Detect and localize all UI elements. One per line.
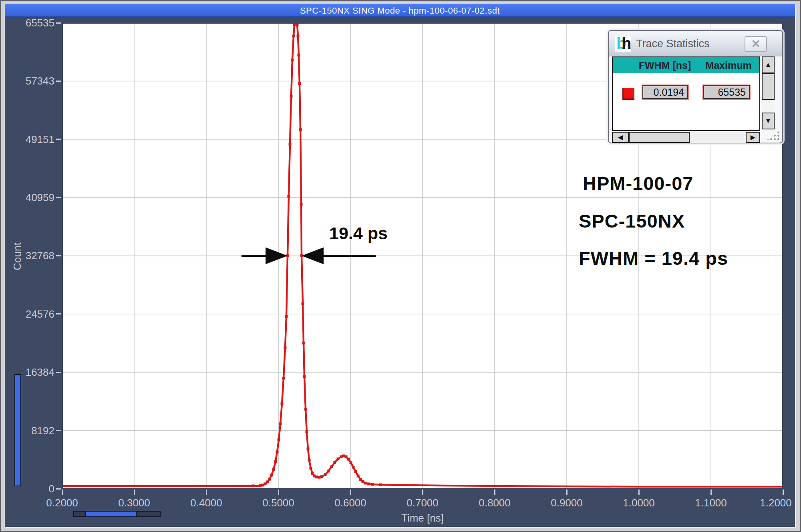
scroll-right-icon[interactable]: ▶ xyxy=(746,132,760,143)
trace-point xyxy=(300,203,303,206)
x-tick-mark xyxy=(783,490,784,495)
trace-point xyxy=(305,431,308,433)
x-tick-label: 0.2000 xyxy=(34,497,90,509)
x-tick-label: 0.6000 xyxy=(322,497,378,509)
trace-point xyxy=(266,480,269,483)
fwhm-value-field: 0.0194 xyxy=(642,85,689,100)
x-tick-mark xyxy=(422,490,423,495)
x-tick-mark xyxy=(350,490,351,495)
y-tick-mark xyxy=(56,139,61,140)
trace-point xyxy=(354,470,357,473)
trace-point xyxy=(350,461,352,464)
trace-point xyxy=(337,457,340,460)
x-tick-mark xyxy=(206,490,207,495)
trace-point xyxy=(379,484,382,486)
trace-point xyxy=(315,476,318,478)
bh-logo-icon: b h xyxy=(615,36,631,52)
trace-point xyxy=(306,447,309,450)
y-tick-mark xyxy=(56,81,61,82)
trace-point xyxy=(284,346,286,349)
trace-point xyxy=(327,470,330,472)
trace-point xyxy=(345,455,348,458)
trace-statistics-list: FWHM [ns] Maximum 0.0194 65535 xyxy=(612,56,760,131)
maximum-value-field: 65535 xyxy=(702,85,751,100)
y-tick-mark xyxy=(56,372,61,373)
resize-grip[interactable] xyxy=(766,130,780,141)
trace-point xyxy=(299,128,302,131)
time-scale-scrollbar[interactable] xyxy=(73,511,161,517)
trace-point xyxy=(302,302,304,305)
y-tick-label: 0 xyxy=(0,483,54,495)
x-tick-mark xyxy=(62,490,63,495)
trace-point xyxy=(290,95,293,98)
stats-horizontal-scrollbar[interactable]: ◀ ▶ xyxy=(612,132,760,143)
trace-point xyxy=(352,466,355,469)
x-tick-mark xyxy=(710,490,712,495)
trace-point xyxy=(340,455,342,458)
trace-point xyxy=(361,480,364,483)
window-title: SPC-150NX SING Mode - hpm-100-06-07-02.s… xyxy=(300,6,500,16)
x-tick-mark xyxy=(134,490,135,495)
x-tick-label: 1.0000 xyxy=(611,497,667,509)
trace-point xyxy=(288,143,291,146)
trace-point xyxy=(296,34,299,37)
trace-point xyxy=(291,58,294,61)
trace-point xyxy=(364,482,367,484)
scroll-up-icon[interactable]: ▲ xyxy=(762,56,775,73)
y-tick-mark xyxy=(56,430,61,431)
x-tick-label: 0.4000 xyxy=(178,497,234,509)
trace-statistics-window[interactable]: b h Trace Statistics ✕ FWHM [ns] Maximum… xyxy=(608,30,783,143)
trace-point xyxy=(285,315,288,318)
y-tick-mark xyxy=(56,197,61,198)
app-screen: SPC-150NX SING Mode - hpm-100-06-07-02.s… xyxy=(0,0,801,532)
fwhm-annotation-label: 19.4 ps xyxy=(329,224,388,243)
y-tick-label: 24576 xyxy=(0,308,54,320)
trace-point xyxy=(320,475,323,478)
y-tick-label: 32768 xyxy=(0,250,54,262)
trace-point xyxy=(311,472,314,475)
y-tick-mark xyxy=(56,22,61,24)
trace-point xyxy=(304,408,307,411)
scroll-left-icon[interactable]: ◀ xyxy=(612,132,629,143)
scroll-down-icon[interactable]: ▼ xyxy=(762,113,775,129)
y-tick-label: 49151 xyxy=(0,133,54,146)
x-tick-label: 0.7000 xyxy=(394,497,451,509)
trace-point xyxy=(296,23,298,26)
column-header-fwhm: FWHM [ns] xyxy=(629,57,701,73)
trace-point xyxy=(347,457,350,460)
x-tick-label: 0.3000 xyxy=(106,497,162,509)
y-tick-mark xyxy=(56,488,61,490)
trace-point xyxy=(278,438,280,441)
stats-vertical-scrollbar-thumb[interactable] xyxy=(762,73,775,100)
y-tick-label: 65535 xyxy=(0,17,54,29)
x-axis-title: Time [ns] xyxy=(382,512,463,524)
trace-point xyxy=(308,459,311,462)
trace-point xyxy=(281,402,284,405)
trace-point xyxy=(268,478,271,481)
trace-statistics-title: Trace Statistics xyxy=(636,38,710,50)
trace-point xyxy=(282,377,285,380)
time-scale-scrollbar-thumb[interactable] xyxy=(85,512,137,516)
x-tick-label: 1.2000 xyxy=(748,497,801,509)
y-range-cursor[interactable] xyxy=(14,374,21,486)
trace-point xyxy=(261,484,264,486)
y-tick-mark xyxy=(56,313,61,314)
trace-point xyxy=(298,82,301,85)
x-tick-label: 0.8000 xyxy=(467,497,523,509)
stats-horizontal-scrollbar-thumb[interactable] xyxy=(629,132,690,143)
y-tick-label: 40959 xyxy=(0,191,54,204)
trace-point xyxy=(367,482,370,485)
window-titlebar[interactable]: SPC-150NX SING Mode - hpm-100-06-07-02.s… xyxy=(5,4,795,18)
x-tick-mark xyxy=(566,490,568,495)
trace-point xyxy=(310,467,312,470)
trace-point xyxy=(270,474,273,476)
x-tick-mark xyxy=(278,490,279,495)
stats-vertical-scrollbar[interactable]: ▲ ▼ xyxy=(762,56,775,131)
x-tick-label: 0.9000 xyxy=(539,497,595,509)
y-tick-mark xyxy=(56,255,61,256)
trace-point xyxy=(297,54,300,56)
x-tick-mark xyxy=(638,490,640,495)
close-icon[interactable]: ✕ xyxy=(745,36,767,52)
trace-statistics-titlebar[interactable]: b h Trace Statistics ✕ xyxy=(609,31,782,56)
trace-statistics-header-row: FWHM [ns] Maximum xyxy=(613,57,759,73)
